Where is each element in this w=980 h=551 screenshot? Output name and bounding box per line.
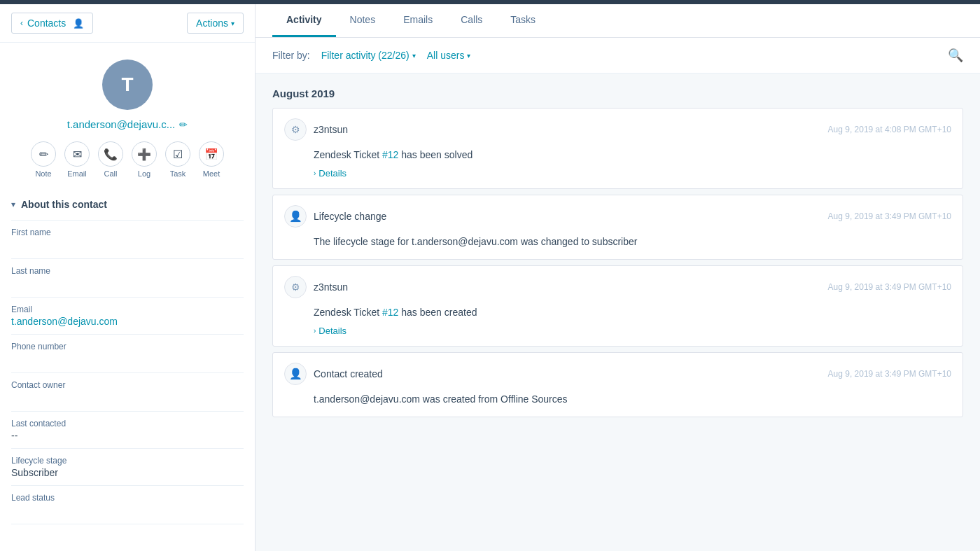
field-contact-owner: Contact owner (11, 373, 244, 412)
field-label-lifecycle-stage: Lifecycle stage (11, 456, 244, 466)
tab-emails[interactable]: Emails (389, 4, 447, 37)
right-panel: Activity Notes Emails Calls Tasks Filter… (255, 4, 980, 551)
activity-card-zendesk-solved: ⚙ z3ntsun Aug 9, 2019 at 4:08 PM GMT+10 … (272, 108, 963, 189)
field-value-last-name[interactable] (11, 277, 244, 290)
card-link-1[interactable]: #12 (382, 149, 398, 160)
card-header-zendesk-solved: ⚙ z3ntsun Aug 9, 2019 at 4:08 PM GMT+10 (273, 109, 962, 148)
contact-email-display: t.anderson@dejavu.c... ✏ (67, 118, 188, 130)
card-text-1: Zendesk Ticket #12 has been solved (314, 148, 951, 162)
left-panel: ‹ Contacts 👤 Actions ▾ T t.anderson@deja… (0, 4, 255, 551)
email-label: Email (67, 169, 87, 178)
contact-profile: T t.anderson@dejavu.c... ✏ ✏ Note ✉ Emai… (0, 43, 255, 189)
edit-email-icon[interactable]: ✏ (179, 119, 188, 130)
email-icon: ✉ (64, 141, 90, 167)
tab-calls[interactable]: Calls (447, 4, 496, 37)
back-label: Contacts (27, 18, 66, 29)
avatar: T (102, 60, 153, 110)
action-email[interactable]: ✉ Email (64, 141, 90, 178)
back-chevron-icon: ‹ (20, 18, 23, 28)
tab-tasks[interactable]: Tasks (496, 4, 550, 37)
filter-users-caret-icon: ▾ (467, 52, 470, 60)
card-text-after-3: has been created (398, 307, 477, 318)
field-label-lead-status: Lead status (11, 493, 244, 503)
field-first-name: First name (11, 221, 244, 259)
card-details-1[interactable]: › Details (314, 168, 951, 179)
tab-activity[interactable]: Activity (272, 4, 336, 37)
filter-users-button[interactable]: All users ▾ (427, 50, 471, 61)
back-to-contacts-button[interactable]: ‹ Contacts 👤 (11, 13, 93, 34)
field-label-email: Email (11, 305, 244, 314)
card-text-after-1: has been solved (398, 149, 472, 160)
field-email: Email t.anderson@dejavu.com (11, 298, 244, 335)
field-label-last-name: Last name (11, 266, 244, 276)
field-value-phone[interactable] (11, 353, 244, 365)
actions-caret-icon: ▾ (231, 20, 234, 27)
about-chevron-icon: ▾ (11, 200, 15, 209)
details-label-1: Details (318, 168, 346, 179)
card-link-3[interactable]: #12 (382, 307, 398, 318)
field-last-name: Last name (11, 259, 244, 298)
actions-label: Actions (196, 18, 228, 29)
action-task[interactable]: ☑ Task (165, 141, 190, 178)
action-meet[interactable]: 📅 Meet (199, 141, 224, 178)
card-body-1: Zendesk Ticket #12 has been solved › Det… (273, 148, 962, 188)
field-value-lead-status[interactable] (11, 504, 244, 517)
field-lifecycle-stage: Lifecycle stage Subscriber (11, 449, 244, 486)
field-label-first-name: First name (11, 228, 244, 237)
action-note[interactable]: ✏ Note (31, 141, 56, 178)
card-time-3: Aug 9, 2019 at 3:49 PM GMT+10 (828, 282, 951, 292)
card-user-2: Lifecycle change (314, 211, 828, 222)
log-icon: ➕ (132, 141, 157, 167)
activity-card-lifecycle: 👤 Lifecycle change Aug 9, 2019 at 3:49 P… (272, 195, 963, 260)
card-time-4: Aug 9, 2019 at 3:49 PM GMT+10 (828, 369, 951, 379)
card-details-3[interactable]: › Details (314, 326, 951, 336)
log-label: Log (138, 169, 150, 178)
filter-activity-label: Filter activity (22/26) (321, 50, 410, 61)
about-section: ▾ About this contact First name Last nam… (0, 189, 255, 524)
field-value-last-contacted: -- (11, 430, 244, 441)
field-value-contact-owner[interactable] (11, 391, 244, 404)
activity-card-contact-created: 👤 Contact created Aug 9, 2019 at 3:49 PM… (272, 352, 963, 417)
user-icon-4: 👤 (284, 363, 307, 385)
action-call[interactable]: 📞 Call (98, 141, 123, 178)
card-text-4: t.anderson@dejavu.com was created from O… (314, 392, 951, 407)
card-text-3: Zendesk Ticket #12 has been created (314, 305, 951, 320)
card-user-1: z3ntsun (314, 124, 828, 135)
gear-icon-3: ⚙ (284, 276, 307, 298)
contacts-icon: 👤 (73, 18, 84, 29)
details-chevron-1: › (314, 169, 316, 177)
filter-activity-button[interactable]: Filter activity (22/26) ▾ (321, 50, 416, 61)
tab-notes[interactable]: Notes (336, 4, 390, 37)
about-header[interactable]: ▾ About this contact (11, 189, 244, 221)
field-value-first-name[interactable] (11, 239, 244, 251)
actions-button[interactable]: Actions ▾ (187, 13, 244, 34)
gear-icon-1: ⚙ (284, 118, 307, 141)
card-text-before-1: Zendesk Ticket (314, 149, 382, 160)
card-user-4: Contact created (314, 368, 828, 379)
activity-card-zendesk-created: ⚙ z3ntsun Aug 9, 2019 at 3:49 PM GMT+10 … (272, 265, 963, 347)
month-header: August 2019 (272, 74, 963, 108)
task-label: Task (170, 169, 186, 178)
activity-feed: August 2019 ⚙ z3ntsun Aug 9, 2019 at 4:0… (255, 74, 980, 551)
meet-label: Meet (203, 169, 220, 178)
filter-activity-caret-icon: ▾ (412, 52, 416, 60)
field-value-email[interactable]: t.anderson@dejavu.com (11, 316, 244, 327)
field-label-phone: Phone number (11, 342, 244, 351)
search-activity-button[interactable]: 🔍 (948, 48, 963, 63)
card-body-4: t.anderson@dejavu.com was created from O… (273, 392, 962, 417)
filter-bar: Filter by: Filter activity (22/26) ▾ All… (255, 38, 980, 74)
call-icon: 📞 (98, 141, 123, 167)
user-icon-2: 👤 (284, 205, 307, 228)
main-layout: ‹ Contacts 👤 Actions ▾ T t.anderson@deja… (0, 4, 980, 551)
call-label: Call (104, 169, 118, 178)
action-icons-row: ✏ Note ✉ Email 📞 Call ➕ Log ☑ Task (31, 141, 224, 178)
action-log[interactable]: ➕ Log (132, 141, 157, 178)
card-time-1: Aug 9, 2019 at 4:08 PM GMT+10 (828, 125, 951, 134)
card-text-before-3: Zendesk Ticket (314, 307, 382, 318)
field-phone: Phone number (11, 335, 244, 373)
field-value-lifecycle-stage[interactable]: Subscriber (11, 467, 244, 478)
card-user-3: z3ntsun (314, 281, 828, 293)
details-chevron-3: › (314, 327, 316, 335)
field-label-contact-owner: Contact owner (11, 380, 244, 390)
field-label-last-contacted: Last contacted (11, 419, 244, 428)
